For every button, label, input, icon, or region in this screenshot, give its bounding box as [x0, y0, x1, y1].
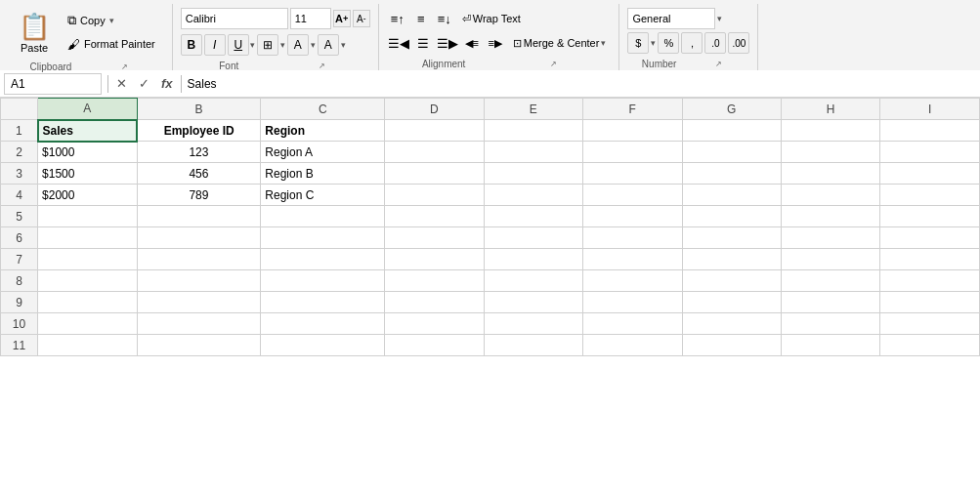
cell[interactable] — [137, 249, 261, 270]
row-header-1[interactable]: 1 — [1, 120, 38, 142]
clipboard-expand-icon[interactable]: ↗ — [88, 62, 162, 71]
cell[interactable] — [682, 292, 781, 313]
cell[interactable]: $2000 — [38, 185, 137, 206]
cell[interactable] — [682, 120, 781, 142]
cell[interactable] — [781, 249, 879, 270]
row-header-8[interactable]: 8 — [1, 270, 38, 292]
cell[interactable] — [385, 142, 484, 163]
cell[interactable] — [38, 335, 137, 356]
cell[interactable] — [385, 249, 484, 270]
row-header-7[interactable]: 7 — [1, 249, 38, 270]
cell[interactable] — [682, 206, 781, 227]
cell[interactable] — [385, 313, 484, 335]
cell[interactable] — [682, 142, 781, 163]
decrease-decimal-button[interactable]: .0 — [704, 32, 726, 54]
col-header-B[interactable]: B — [137, 99, 261, 120]
cell[interactable] — [385, 206, 484, 227]
cell[interactable] — [880, 313, 980, 335]
alignment-expand-icon[interactable]: ↗ — [499, 60, 610, 68]
cell[interactable] — [385, 292, 484, 313]
cell[interactable] — [583, 227, 682, 249]
copy-button[interactable]: ⧉ Copy ▾ — [63, 10, 160, 31]
cell[interactable] — [385, 227, 484, 249]
cell[interactable] — [781, 335, 879, 356]
cell[interactable] — [583, 335, 682, 356]
border-button[interactable]: ⊞ — [257, 34, 278, 56]
increase-decimal-button[interactable]: .00 — [728, 32, 749, 54]
cell[interactable] — [484, 227, 582, 249]
border-dropdown[interactable]: ▾ — [280, 40, 285, 50]
cell[interactable] — [880, 249, 980, 270]
font-color-button[interactable]: A — [318, 34, 339, 56]
increase-indent-button[interactable]: ≡▶ — [485, 32, 506, 54]
cell[interactable] — [583, 120, 682, 142]
cell[interactable] — [261, 270, 385, 292]
col-header-C[interactable]: C — [261, 99, 385, 120]
cell[interactable] — [137, 292, 261, 313]
cell[interactable] — [583, 163, 682, 185]
cell[interactable] — [484, 313, 582, 335]
italic-button[interactable]: I — [204, 34, 226, 56]
col-header-H[interactable]: H — [781, 99, 879, 120]
row-header-10[interactable]: 10 — [1, 313, 38, 335]
cell[interactable] — [880, 335, 980, 356]
cell[interactable] — [484, 185, 582, 206]
cell[interactable]: Sales — [38, 120, 137, 142]
number-format-input[interactable] — [627, 8, 715, 29]
formula-confirm-button[interactable]: ✓ — [133, 74, 155, 93]
cell[interactable] — [137, 206, 261, 227]
cell[interactable] — [682, 185, 781, 206]
font-size-input[interactable] — [290, 8, 331, 29]
align-middle-button[interactable]: ≡ — [410, 8, 432, 29]
cell[interactable] — [880, 227, 980, 249]
row-header-6[interactable]: 6 — [1, 227, 38, 249]
font-expand-icon[interactable]: ↗ — [276, 62, 368, 70]
cell[interactable] — [880, 185, 980, 206]
cell[interactable] — [385, 335, 484, 356]
formula-input[interactable] — [184, 73, 980, 95]
cell[interactable] — [484, 270, 582, 292]
cell[interactable] — [137, 313, 261, 335]
cell[interactable] — [583, 249, 682, 270]
cell[interactable] — [583, 142, 682, 163]
cell[interactable] — [682, 227, 781, 249]
paste-button[interactable]: 📋 Paste — [12, 8, 57, 57]
percent-button[interactable]: % — [658, 32, 679, 54]
font-size-up-button[interactable]: A+ — [333, 10, 351, 27]
comma-button[interactable]: , — [681, 32, 703, 54]
cell[interactable] — [261, 335, 385, 356]
cell[interactable] — [781, 313, 879, 335]
spreadsheet-container[interactable]: A B C D E F G H I 1SalesEmployee IDRegio… — [0, 98, 980, 483]
col-header-A[interactable]: A — [38, 99, 137, 120]
cell[interactable] — [880, 270, 980, 292]
cell[interactable]: Region — [261, 120, 385, 142]
decrease-indent-button[interactable]: ◀≡ — [461, 32, 483, 54]
cell[interactable] — [38, 270, 137, 292]
row-header-3[interactable]: 3 — [1, 163, 38, 185]
cell[interactable] — [880, 142, 980, 163]
cell[interactable]: Region C — [261, 185, 385, 206]
cell[interactable] — [781, 142, 879, 163]
fill-dropdown[interactable]: ▾ — [311, 40, 316, 50]
row-header-11[interactable]: 11 — [1, 335, 38, 356]
align-bottom-button[interactable]: ≡↓ — [434, 8, 455, 29]
underline-dropdown[interactable]: ▾ — [250, 40, 255, 50]
currency-dropdown[interactable]: ▾ — [651, 38, 656, 48]
cell[interactable] — [682, 313, 781, 335]
cell[interactable] — [880, 292, 980, 313]
cell[interactable] — [385, 120, 484, 142]
number-format-dropdown[interactable]: ▾ — [717, 14, 722, 23]
cell[interactable] — [583, 313, 682, 335]
cell[interactable] — [385, 185, 484, 206]
fill-color-button[interactable]: A — [287, 34, 309, 56]
cell[interactable] — [484, 292, 582, 313]
col-header-G[interactable]: G — [682, 99, 781, 120]
cell[interactable]: $1000 — [38, 142, 137, 163]
cell[interactable]: $1500 — [38, 163, 137, 185]
insert-function-button[interactable]: fx — [155, 74, 179, 93]
cell[interactable] — [781, 227, 879, 249]
bold-button[interactable]: B — [181, 34, 202, 56]
font-color-dropdown[interactable]: ▾ — [341, 40, 346, 50]
cell[interactable]: Region A — [261, 142, 385, 163]
cell[interactable] — [484, 163, 582, 185]
